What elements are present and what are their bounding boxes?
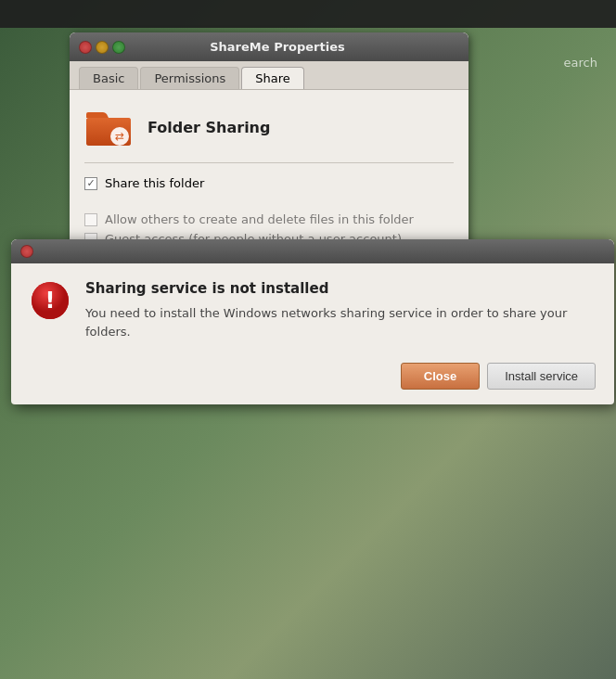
taskbar xyxy=(0,0,616,28)
window-title: ShareMe Properties xyxy=(133,40,422,54)
error-icon: ! xyxy=(30,280,71,321)
error-dialog-titlebar xyxy=(11,239,614,263)
error-content: Sharing service is not installed You nee… xyxy=(85,280,596,340)
folder-header: ⇄ Folder Sharing xyxy=(84,105,454,163)
tab-basic[interactable]: Basic xyxy=(79,67,138,89)
error-title: Sharing service is not installed xyxy=(85,280,596,297)
window-controls xyxy=(79,41,125,54)
error-dialog-footer: Close Install service xyxy=(11,355,614,404)
tab-permissions[interactable]: Permissions xyxy=(140,67,239,89)
install-service-button[interactable]: Install service xyxy=(487,363,596,390)
share-this-folder-checkbox[interactable] xyxy=(84,177,97,190)
allow-others-row: Allow others to create and delete files … xyxy=(84,212,454,226)
window-titlebar: ShareMe Properties xyxy=(70,32,468,61)
allow-others-label: Allow others to create and delete files … xyxy=(105,212,414,226)
share-this-folder-label: Share this folder xyxy=(105,176,204,190)
window-minimize-button[interactable] xyxy=(96,41,109,54)
tab-share[interactable]: Share xyxy=(241,67,304,89)
share-this-folder-row[interactable]: Share this folder xyxy=(84,176,454,190)
error-dialog-close-button[interactable] xyxy=(20,245,33,258)
folder-icon: ⇄ xyxy=(84,105,133,149)
dialog-close-button[interactable]: Close xyxy=(401,363,480,390)
error-message: You need to install the Windows networks… xyxy=(85,304,596,340)
search-hint: earch xyxy=(564,56,597,70)
folder-sharing-title: Folder Sharing xyxy=(148,119,270,136)
allow-others-checkbox[interactable] xyxy=(84,213,97,226)
window-tabs: Basic Permissions Share xyxy=(70,61,468,90)
svg-text:!: ! xyxy=(45,288,56,314)
error-dialog: ! Sharing service is not installed You n… xyxy=(11,239,614,404)
svg-text:⇄: ⇄ xyxy=(115,130,124,143)
window-close-button[interactable] xyxy=(79,41,92,54)
error-dialog-body: ! Sharing service is not installed You n… xyxy=(11,263,614,355)
window-maximize-button[interactable] xyxy=(112,41,125,54)
